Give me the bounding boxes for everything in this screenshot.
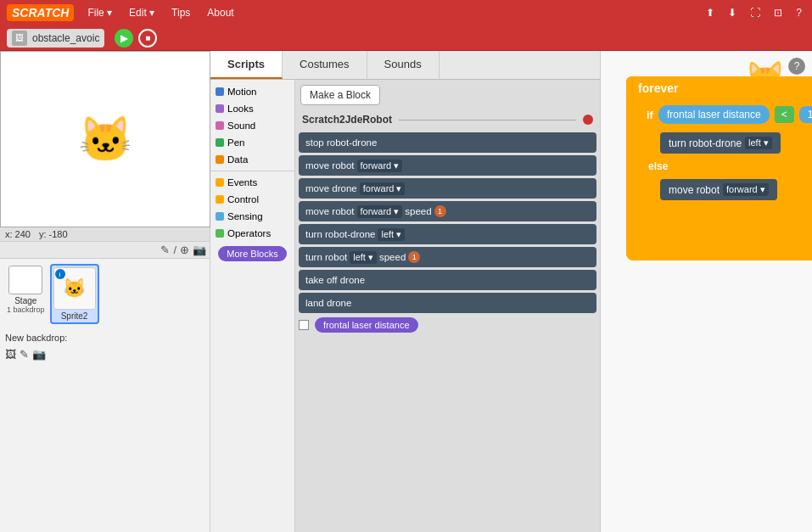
move-robot-speed-dropdown[interactable]: forward ▾ <box>357 205 403 218</box>
else-body: move robot forward ▾ <box>641 174 812 205</box>
cat-more-blocks[interactable]: More Blocks <box>218 246 288 261</box>
turn-robot-speed-badge: 1 <box>408 251 420 263</box>
cat-looks-label: Looks <box>227 104 254 114</box>
download-icon[interactable]: ⬇ <box>725 5 740 20</box>
cat-motion[interactable]: Motion <box>210 83 294 100</box>
backdrop-paint-btn[interactable]: 🖼 <box>5 348 16 361</box>
value-block[interactable]: 1.5 <box>799 106 812 123</box>
move-drone-dropdown[interactable]: forward ▾ <box>360 182 406 195</box>
cat-operators[interactable]: Operators <box>210 225 294 242</box>
play-button[interactable]: ▶ <box>115 29 133 48</box>
if-block-area: if frontal laser distance < 1.5 <box>626 98 812 232</box>
stage-sprite-item[interactable]: Stage 1 backdrop <box>5 264 47 324</box>
help-icon[interactable]: ? <box>792 5 805 20</box>
block-move-drone-forward[interactable]: move drone forward ▾ <box>299 178 596 199</box>
tab-scripts[interactable]: Scripts <box>210 51 283 79</box>
stage-thumb <box>8 266 42 294</box>
cat-sensing[interactable]: Sensing <box>210 208 294 225</box>
action1-dropdown[interactable]: left ▾ <box>745 137 772 149</box>
upload-icon[interactable]: ⬆ <box>703 5 718 20</box>
backdrop-edit-btn[interactable]: ✎ <box>20 348 29 361</box>
looks-dot <box>216 104 224 113</box>
sprite-panel: Stage 1 backdrop i 🐱 Sprite2 New backdro… <box>0 259 210 532</box>
operator-block[interactable]: < <box>775 106 794 123</box>
sprite-list-area: Stage 1 backdrop i 🐱 Sprite2 <box>0 259 210 329</box>
block-take-off-drone[interactable]: take off drone <box>299 270 596 290</box>
cat-control[interactable]: Control <box>210 191 294 208</box>
operators-dot <box>216 229 224 238</box>
sprite2-item[interactable]: i 🐱 Sprite2 <box>50 264 99 324</box>
sprite2-thumb: i 🐱 <box>53 267 96 310</box>
condition-block[interactable]: frontal laser distance <box>658 105 770 124</box>
fullscreen-enter-icon[interactable]: ⛶ <box>747 5 764 20</box>
cat-looks[interactable]: Looks <box>210 100 294 117</box>
fullscreen-exit-icon[interactable]: ⊡ <box>770 5 786 20</box>
forever-header: forever <box>626 76 812 98</box>
action2-dropdown[interactable]: forward ▾ <box>723 183 769 196</box>
control-dot <box>216 195 224 204</box>
forever-footer: ↩ <box>626 232 812 255</box>
tabs-bar: Scripts Costumes Sounds <box>210 51 600 80</box>
copy-tool-btn[interactable]: ⊕ <box>180 244 189 256</box>
project-name: obstacle_avoic <box>32 32 99 44</box>
help-question-btn[interactable]: ? <box>788 58 805 75</box>
connection-status-dot <box>583 115 593 125</box>
make-block-area: Make a Block <box>295 80 600 110</box>
move-robot-dropdown[interactable]: forward ▾ <box>357 160 403 172</box>
menu-file[interactable]: File ▾ <box>84 5 115 20</box>
block-stop-robot-drone[interactable]: stop robot-drone <box>299 132 596 153</box>
turn-robot-drone-action[interactable]: turn robot-drone left ▾ <box>660 132 781 154</box>
cat-events-label: Events <box>227 177 257 188</box>
if-row: if frontal laser distance < 1.5 <box>641 102 812 127</box>
block-land-drone[interactable]: land drone <box>299 293 596 313</box>
new-backdrop-area: New backdrop: <box>0 329 210 346</box>
block-move-robot-forward[interactable]: move robot forward ▾ <box>299 155 596 176</box>
block-move-robot-forward-speed[interactable]: move robot forward ▾ speed 1 <box>299 201 596 221</box>
blocks-area: Motion Looks Sound Pen Data <box>210 80 600 532</box>
center-panel: Scripts Costumes Sounds Motion Looks Sou… <box>210 51 601 532</box>
cat-sound[interactable]: Sound <box>210 117 294 134</box>
cat-events[interactable]: Events <box>210 174 294 191</box>
topbar: SCRATCH File ▾ Edit ▾ Tips About ⬆ ⬇ ⛶ ⊡… <box>0 0 812 25</box>
y-coord: y: -180 <box>39 229 68 239</box>
stage-area: 🐱 <box>0 51 210 227</box>
tab-costumes[interactable]: Costumes <box>283 51 367 79</box>
menu-tips[interactable]: Tips <box>168 5 193 20</box>
reporter-checkbox[interactable] <box>299 320 309 330</box>
scratch-logo: SCRATCH <box>7 4 74 21</box>
sprite-tools: ✎ / ⊕ 📷 <box>0 242 210 259</box>
block-turn-robot-drone-left[interactable]: turn robot-drone left ▾ <box>299 224 596 244</box>
sprite-info-icon[interactable]: i <box>55 269 65 279</box>
stage-canvas: 🐱 <box>1 52 210 227</box>
cat-motion-label: Motion <box>227 87 257 97</box>
turn-robot-speed-dropdown[interactable]: left ▾ <box>350 251 377 264</box>
backdrop-camera-btn[interactable]: 📷 <box>32 348 46 361</box>
stage-sublabel: 1 backdrop <box>7 305 45 314</box>
make-block-button[interactable]: Make a Block <box>300 85 380 105</box>
cat-sprite-stage: 🐱 <box>78 114 133 165</box>
cut-tool-btn[interactable]: / <box>173 244 176 256</box>
menu-about[interactable]: About <box>204 5 237 20</box>
block-turn-robot-left-speed[interactable]: turn robot left ▾ speed 1 <box>299 247 596 267</box>
stop-button[interactable]: ■ <box>138 29 157 48</box>
block-reporter-row: frontal laser distance <box>299 316 596 334</box>
cat-data[interactable]: Data <box>210 151 294 168</box>
paint-tool-btn[interactable]: ✎ <box>160 244 170 256</box>
app-header: 🖼 obstacle_avoic ▶ ■ <box>0 25 812 51</box>
sensing-dot <box>216 212 224 221</box>
move-robot-action[interactable]: move robot forward ▾ <box>660 179 777 200</box>
data-dot <box>216 155 224 164</box>
turn-robot-drone-dropdown[interactable]: left ▾ <box>378 228 405 241</box>
menu-edit[interactable]: Edit ▾ <box>126 5 158 20</box>
motion-dot <box>216 87 224 96</box>
tab-sounds[interactable]: Sounds <box>367 51 440 79</box>
cat-pen[interactable]: Pen <box>210 134 294 151</box>
if-body: turn robot-drone left ▾ <box>641 127 812 159</box>
else-label: else <box>641 159 812 174</box>
connection-line <box>399 120 576 120</box>
block-frontal-laser-distance[interactable]: frontal laser distance <box>315 317 418 333</box>
connection-bar: Scratch2JdeRobot <box>295 110 600 129</box>
stage-label: Stage <box>14 296 36 305</box>
cat-control-label: Control <box>227 194 259 204</box>
camera-tool-btn[interactable]: 📷 <box>193 244 206 256</box>
